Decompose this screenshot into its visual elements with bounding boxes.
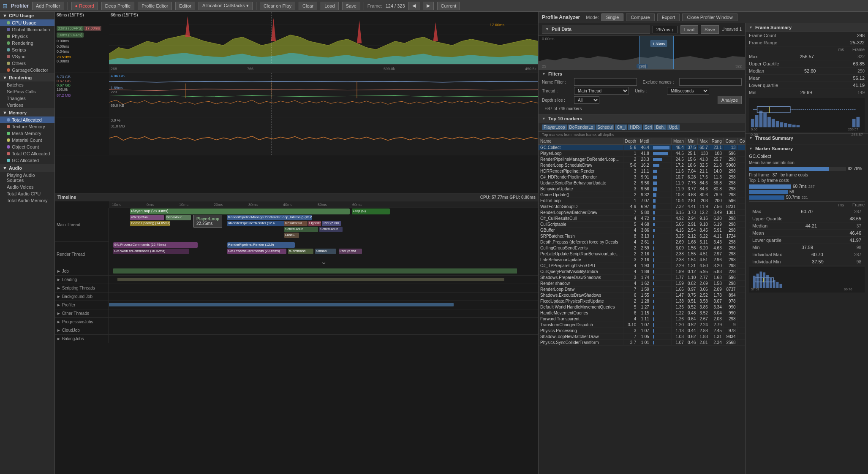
marker-name-cell[interactable]: CullScriptable <box>539 222 623 228</box>
sidebar-item-vertices[interactable]: Vertices <box>0 102 54 108</box>
top-marker-hdr[interactable]: HDR- <box>628 125 642 130</box>
results-cull-block[interactable]: ResultsCull <box>284 221 307 226</box>
schedule2-block[interactable]: ScheduleDr <box>319 227 343 232</box>
marker-name-cell[interactable]: CullQueryPortalVisibilityUmbra <box>539 269 623 275</box>
exclude-input[interactable] <box>679 78 742 86</box>
marker-name-cell[interactable]: TransformChangedDispatch <box>539 322 623 328</box>
sidebar-item-physics[interactable]: Physics <box>0 33 54 40</box>
col-medi1[interactable]: Medi <box>638 138 651 145</box>
sidebar-item-playing-audio[interactable]: Playing Audio Sources <box>0 172 54 184</box>
name-filter-input[interactable] <box>574 78 637 86</box>
save-data-button[interactable]: Save <box>701 25 719 34</box>
game-update-block[interactable]: Game.Update() (14.65ms) <box>130 221 170 226</box>
clear-on-play-button[interactable]: Clear on Play <box>260 2 295 10</box>
marker-name-cell[interactable]: Physics.Processing <box>539 328 623 334</box>
export-button[interactable]: Export <box>657 14 680 21</box>
r-command-block[interactable]: rCommand <box>288 249 313 254</box>
gfx-process2-block[interactable]: Gfc.ProcessCommands (29.45ms) <box>227 249 286 254</box>
command-block[interactable]: Snman <box>315 249 336 254</box>
marker-name-cell[interactable]: SRPBatcher.Flush <box>539 233 623 239</box>
sidebar-item-audio-voices[interactable]: Audio Voices <box>0 184 54 190</box>
save-button[interactable]: Save <box>342 2 360 10</box>
sidebar-item-material-count[interactable]: Material Count <box>0 137 54 144</box>
marker-name-cell[interactable]: BehaviourUpdate <box>539 186 623 192</box>
render-pipeline-block[interactable]: RenderPipelineManager.DoRenderLoop_Inter… <box>227 215 312 220</box>
marker-name-cell[interactable]: Game.Update() <box>539 192 623 198</box>
depth-select[interactable]: All <box>574 96 599 104</box>
pull-data-header[interactable]: ▼ Pull Data <box>542 25 650 34</box>
marker-name-cell[interactable]: C#_CullResultsCull <box>539 216 623 222</box>
marker-name-cell[interactable]: GBuffer <box>539 228 623 233</box>
loop-c-block[interactable]: Loop (C) <box>352 209 390 214</box>
col-name[interactable]: Name <box>539 138 623 145</box>
top-marker-schedul[interactable]: Schedul <box>596 125 614 130</box>
sidebar-item-mesh-memory[interactable]: Mesh Memory <box>0 130 54 137</box>
record-button[interactable]: ● Record <box>71 2 98 10</box>
sidebar-item-total-audio-memory[interactable]: Total Audio Memory <box>0 197 54 204</box>
editor-button[interactable]: Editor <box>175 2 195 10</box>
col-coun[interactable]: Coun <box>724 138 737 145</box>
sidebar-item-cpu[interactable]: CPU Usage <box>0 19 54 26</box>
top-marker-playerloop[interactable]: PlayerLoop <box>542 125 567 130</box>
marker-name-cell[interactable]: Depth.Prepass (deferred) force by Decals <box>539 239 623 245</box>
buffer-block[interactable]: uffer (5.00r <box>322 221 341 226</box>
load-data-button[interactable]: Load <box>680 25 698 34</box>
sidebar-item-vsync[interactable]: VSync <box>0 53 54 60</box>
frame-summary-header[interactable]: ▼ Frame Summary <box>746 23 868 32</box>
marker-name-cell[interactable]: FixedUpdate.PhysicsFixedUpdate <box>539 298 623 304</box>
marker-name-cell[interactable]: GC.Collect <box>539 145 623 151</box>
sidebar-item-gc-allocated[interactable]: GC Allocated <box>0 157 54 164</box>
uffer-block2[interactable]: uffer (5.55r <box>339 249 362 254</box>
memory-header[interactable]: ▼ Memory <box>0 109 54 116</box>
sidebar-item-triangles[interactable]: Triangles <box>0 95 54 102</box>
gfx-wait-block[interactable]: Gfc.WaitForCommands (18.92ms) <box>113 249 189 254</box>
col-depth[interactable]: Depth <box>623 138 638 145</box>
next-frame-button[interactable]: ▶ <box>423 2 434 10</box>
marker-name-cell[interactable]: RenderPipelineManager.DoRenderLoop_Inter… <box>539 157 623 163</box>
top-marker-beh[interactable]: Beh. <box>654 125 667 130</box>
load-button[interactable]: Load <box>321 2 338 10</box>
marker-name-cell[interactable]: WaitForJobGroupID <box>539 204 623 210</box>
top-marker-upd[interactable]: Upd. <box>667 125 680 130</box>
marker-name-cell[interactable]: HandleMovementQueries <box>539 310 623 316</box>
allocation-callstacks-button[interactable]: Allocation Callstacks ▾ <box>199 2 253 10</box>
top-marker-csharp[interactable]: C#_i <box>615 125 627 130</box>
marker-name-cell[interactable]: CullingGroupSendEvents <box>539 245 623 251</box>
lande-block[interactable]: LandE <box>284 233 299 238</box>
marker-name-cell[interactable]: EditorLoop <box>539 198 623 204</box>
marker-name-cell[interactable]: Default World HandleMovementQueries <box>539 304 623 310</box>
sidebar-item-scripts[interactable]: Scripts <box>0 46 54 53</box>
table-container[interactable]: Name Depth Medi Mean Min Max Rang Coun <box>539 138 745 474</box>
analyze-button[interactable]: Analyze <box>718 96 742 104</box>
marker-name-cell[interactable]: Render shadow <box>539 281 623 287</box>
single-mode-button[interactable]: Single <box>601 14 624 21</box>
top-marker-scri[interactable]: Scri <box>643 125 653 130</box>
top-marker-dorenderloop[interactable]: DoRenderLo <box>568 125 595 130</box>
marker-name-cell[interactable]: Shadows.ExecuteDrawShadows <box>539 293 623 298</box>
sidebar-item-total-allocated[interactable]: Total Allocated <box>0 116 54 123</box>
col-mean[interactable]: Mean <box>671 138 686 145</box>
audio-header[interactable]: ▼ Audio <box>0 164 54 172</box>
profile-editor-button[interactable]: Profile Editor <box>138 2 172 10</box>
deep-profile-button[interactable]: Deep Profile <box>101 2 135 10</box>
sidebar-item-total-gc-allocated[interactable]: Total GC Allocated <box>0 150 54 157</box>
top-markers-header[interactable]: ▼ Top 10 markers <box>539 114 745 123</box>
marker-name-cell[interactable]: Forward Transparent <box>539 316 623 322</box>
marker-name-cell[interactable]: PlayerLoop <box>539 151 623 157</box>
marker-name-cell[interactable]: C#_HDRenderPipelineRender <box>539 174 623 180</box>
sidebar-item-others[interactable]: Others <box>0 60 54 67</box>
marker-name-cell[interactable]: LateBehaviourUpdate <box>539 257 623 263</box>
units-select[interactable]: Milliseconds <box>667 87 709 95</box>
marker-name-cell[interactable]: RenderLoop.ScheduleDraw <box>539 163 623 168</box>
sidebar-item-global-illumination[interactable]: Global Illumination <box>0 26 54 33</box>
behaviour-block[interactable]: Behaviour <box>166 215 191 220</box>
marker-summary-header[interactable]: ▼ Marker Summary <box>749 146 865 151</box>
marker-name-cell[interactable]: RenderLoop.Draw <box>539 287 623 293</box>
sidebar-item-batches[interactable]: Batches <box>0 81 54 88</box>
clear-button[interactable]: Clear <box>299 2 317 10</box>
filters-header[interactable]: ▼ Filters <box>542 71 742 76</box>
add-profiler-button[interactable]: Add Profiler <box>32 2 64 10</box>
schedule-block[interactable]: ScheduleDr <box>284 227 318 232</box>
col-rang[interactable]: Rang <box>710 138 724 145</box>
lights-block[interactable]: LightsR <box>308 221 321 226</box>
